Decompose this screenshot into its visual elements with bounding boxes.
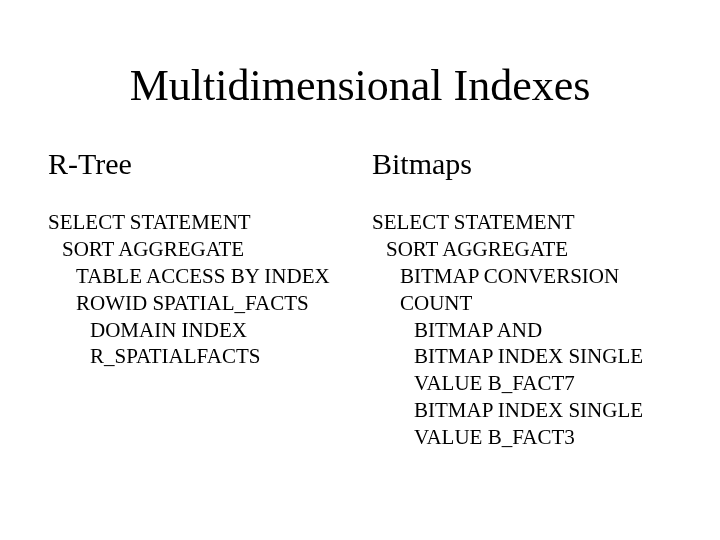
plan-line: SORT AGGREGATE [372, 236, 672, 263]
right-column: Bitmaps SELECT STATEMENT SORT AGGREGATE … [372, 147, 672, 451]
plan-line: TABLE ACCESS BY INDEX ROWID SPATIAL_FACT… [48, 263, 348, 317]
right-heading: Bitmaps [372, 147, 672, 181]
left-column: R-Tree SELECT STATEMENT SORT AGGREGATE T… [48, 147, 348, 451]
plan-line: SELECT STATEMENT [372, 209, 672, 236]
slide-title: Multidimensional Indexes [48, 60, 672, 111]
plan-line: DOMAIN INDEX R_SPATIALFACTS [48, 317, 348, 371]
right-plan: SELECT STATEMENT SORT AGGREGATE BITMAP C… [372, 209, 672, 451]
plan-line: BITMAP INDEX SINGLE VALUE B_FACT7 [372, 343, 672, 397]
plan-line: BITMAP INDEX SINGLE VALUE B_FACT3 [372, 397, 672, 451]
columns: R-Tree SELECT STATEMENT SORT AGGREGATE T… [48, 147, 672, 451]
plan-line: BITMAP CONVERSION COUNT [372, 263, 672, 317]
slide: Multidimensional Indexes R-Tree SELECT S… [0, 0, 720, 540]
plan-line: SELECT STATEMENT [48, 209, 348, 236]
plan-line: SORT AGGREGATE [48, 236, 348, 263]
plan-line: BITMAP AND [372, 317, 672, 344]
left-plan: SELECT STATEMENT SORT AGGREGATE TABLE AC… [48, 209, 348, 370]
left-heading: R-Tree [48, 147, 348, 181]
